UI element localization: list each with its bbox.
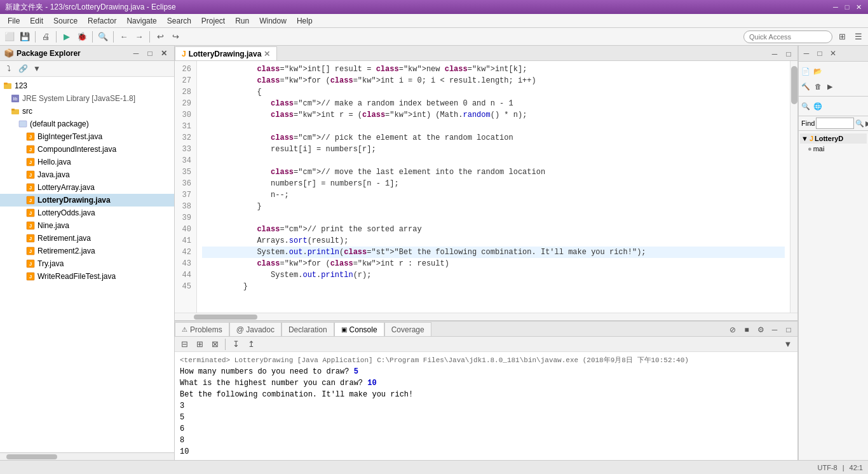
maximize-button[interactable]: □ <box>843 3 851 11</box>
console-toolbar-btn4[interactable]: ↧ <box>229 337 243 351</box>
pkg-tree-item[interactable]: JLotteryDrawing.java <box>0 194 174 207</box>
pkg-item-label: 123 <box>15 81 27 90</box>
rp-tree-expand-icon[interactable]: ▼ <box>801 135 808 142</box>
console-toolbar-btn1[interactable]: ⊟ <box>177 337 191 351</box>
pkg-tree-item[interactable]: JHello.java <box>0 156 174 168</box>
console-line: What is the highest number you can draw?… <box>180 377 792 389</box>
editor-header-minimize[interactable]: ─ <box>768 48 781 60</box>
view-btn[interactable]: ☰ <box>851 30 865 44</box>
find-search-icon[interactable]: 🔍 <box>855 118 864 129</box>
console-toolbar-btn5[interactable]: ↥ <box>244 337 258 351</box>
pkg-tree-item[interactable]: JNine.java <box>0 219 174 232</box>
rp-tree-subitem[interactable]: ● mai <box>800 145 867 152</box>
menu-project[interactable]: Project <box>196 15 230 27</box>
svg-text:J: J <box>29 210 32 216</box>
pkg-tree-item[interactable]: JWriteReadFileTest.java <box>0 270 174 283</box>
pkg-close-icon[interactable]: ✕ <box>158 47 170 60</box>
pkg-toolbar-link[interactable]: 🔗 <box>17 62 29 75</box>
console-settings-icon[interactable]: ⚙ <box>754 323 767 336</box>
pkg-tree-item[interactable]: JCompoundInterest.java <box>0 143 174 156</box>
rp-tree-header: ▼ J LotteryD <box>800 133 867 144</box>
menu-source[interactable]: Source <box>48 15 83 27</box>
package-explorer-title: Package Explorer <box>17 49 81 58</box>
pkg-tree-item[interactable]: 123 <box>0 79 174 92</box>
toolbar-new[interactable]: ⬜ <box>3 30 17 44</box>
pkg-minimize-icon[interactable]: ─ <box>130 47 142 60</box>
close-button[interactable]: ✕ <box>854 3 863 11</box>
menu-run[interactable]: Run <box>230 15 254 27</box>
menu-navigate[interactable]: Navigate <box>121 15 161 27</box>
console-toolbar-btn2[interactable]: ⊞ <box>193 337 207 351</box>
pkg-toolbar-settings[interactable]: ▼ <box>31 62 43 75</box>
menu-help[interactable]: Help <box>292 15 318 27</box>
rp-clean-icon[interactable]: 🗑 <box>812 81 824 92</box>
center-area: J LotteryDrawing.java ✕ ─ □ 262728293031… <box>175 46 798 460</box>
menu-window[interactable]: Window <box>254 15 292 27</box>
minimize-button[interactable]: ─ <box>831 3 840 11</box>
bottom-tab-coverage[interactable]: Coverage <box>384 322 431 336</box>
find-next-icon[interactable]: ▶ <box>865 118 868 129</box>
toolbar-next-edit[interactable]: ↪ <box>168 30 182 44</box>
rp-search-icon[interactable]: 🔍 <box>800 100 811 112</box>
editor-scrollbar-v[interactable] <box>790 61 797 313</box>
pkg-tree-item[interactable]: libJRE System Library [JavaSE-1.8] <box>0 92 174 105</box>
toolbar-run[interactable]: ▶ <box>60 30 74 44</box>
menu-file[interactable]: File <box>3 15 25 27</box>
pkg-tree-item[interactable]: JLotteryOdds.java <box>0 207 174 219</box>
perspective-btn[interactable]: ⊞ <box>835 30 849 44</box>
pkg-tree-item[interactable]: JRetirement2.java <box>0 245 174 257</box>
console-minimize-icon[interactable]: ─ <box>768 323 781 336</box>
pkg-tree-item[interactable]: JLotteryArray.java <box>0 181 174 194</box>
pkg-tree-item[interactable]: src <box>0 105 174 118</box>
console-toolbar-btn6[interactable]: ▼ <box>781 337 795 351</box>
editor-tab-lotteryDrawing[interactable]: J LotteryDrawing.java ✕ <box>175 46 277 60</box>
bottom-tab-problems[interactable]: ⚠ Problems <box>175 322 229 336</box>
pkg-toolbar-collapse[interactable]: ⤵ <box>3 62 15 75</box>
menu-refactor[interactable]: Refactor <box>83 15 121 27</box>
toolbar-print[interactable]: 🖨 <box>39 30 53 44</box>
pkg-tree-item[interactable]: JJava.java <box>0 168 174 181</box>
toolbar-save[interactable]: 💾 <box>18 30 32 44</box>
console-stop-icon[interactable]: ■ <box>740 323 753 336</box>
package-explorer-icon: 📦 <box>4 48 14 58</box>
bottom-tab-declaration[interactable]: Declaration <box>281 322 334 336</box>
pkg-item-label: LotteryArray.java <box>37 183 95 192</box>
pkg-tree-item[interactable]: JBigIntegerTest.java <box>0 130 174 143</box>
code-area[interactable]: class="kw">int[] result = class="kw">new… <box>197 61 790 313</box>
toolbar-forward[interactable]: → <box>132 30 146 44</box>
rp-new-icon[interactable]: 📄 <box>800 65 811 77</box>
console-toolbar-btn3[interactable]: ⊠ <box>208 337 222 351</box>
rp-row3: 🔍 🌐 <box>800 99 867 113</box>
pkg-tree-item[interactable]: JRetirement.java <box>0 232 174 245</box>
rp-minimize-icon[interactable]: ✕ <box>827 47 839 60</box>
pkg-scrollbar-thumb <box>6 454 57 459</box>
rp-build-icon[interactable]: 🔨 <box>800 81 811 92</box>
toolbar-debug[interactable]: 🐞 <box>75 30 89 44</box>
bottom-tab-declaration-label: Declaration <box>288 325 327 334</box>
menu-search[interactable]: Search <box>162 15 196 27</box>
rp-subitem-icon: ● <box>808 145 812 152</box>
toolbar-back[interactable]: ← <box>117 30 131 44</box>
editor-header-maximize[interactable]: □ <box>782 48 795 60</box>
editor-tab-close[interactable]: ✕ <box>264 50 270 58</box>
console-line: 8 <box>180 435 792 446</box>
pkg-scrollbar-x[interactable] <box>0 452 174 460</box>
rp-icon1[interactable]: ─ <box>800 47 813 60</box>
console-maximize-icon[interactable]: □ <box>782 323 795 336</box>
console-clear-icon[interactable]: ⊘ <box>726 323 739 336</box>
bottom-tab-javadoc[interactable]: @ Javadoc <box>229 322 281 336</box>
rp-icon2[interactable]: □ <box>813 47 826 60</box>
toolbar-search[interactable]: 🔍 <box>96 30 110 44</box>
find-input[interactable] <box>816 118 854 129</box>
rp-globe-icon[interactable]: 🌐 <box>812 100 824 112</box>
editor-scrollbar-h[interactable] <box>175 313 797 320</box>
pkg-tree-item[interactable]: JTry.java <box>0 257 174 270</box>
rp-run2-icon[interactable]: ▶ <box>824 81 836 92</box>
toolbar-prev-edit[interactable]: ↩ <box>153 30 167 44</box>
bottom-tab-console[interactable]: ▣ Console <box>334 322 384 336</box>
quick-access-input[interactable] <box>743 30 832 43</box>
pkg-maximize-icon[interactable]: □ <box>144 47 156 60</box>
rp-open-icon[interactable]: 📂 <box>812 65 824 77</box>
menu-edit[interactable]: Edit <box>25 15 48 27</box>
pkg-tree-item[interactable]: (default package) <box>0 118 174 130</box>
